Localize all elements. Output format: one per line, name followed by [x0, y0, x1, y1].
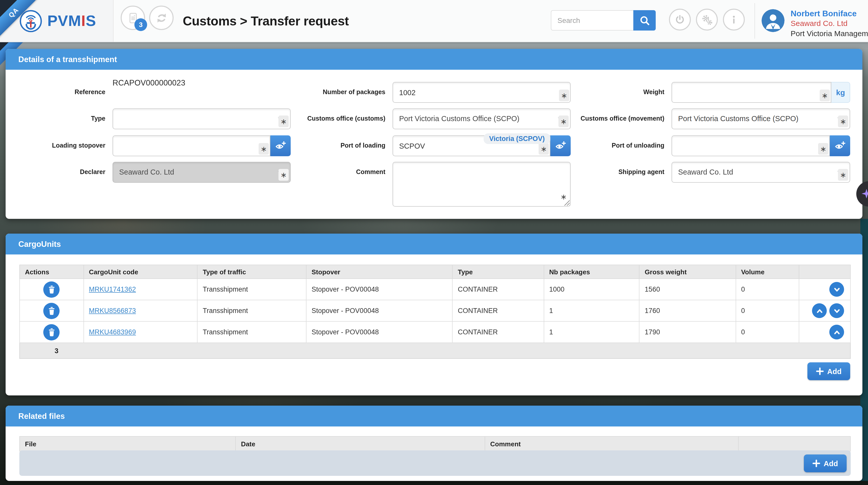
eye-plus-icon	[834, 140, 846, 152]
stopover-cell: Stopover - POV00048	[306, 279, 452, 300]
col-stopover: Stopover	[306, 265, 452, 279]
move-down-button[interactable]	[829, 303, 844, 318]
trash-icon	[48, 327, 56, 337]
table-header-row: File Date Comment	[20, 437, 850, 451]
pvmis-app: PVMIS 3	[0, 0, 868, 485]
col-type: Type	[452, 265, 544, 279]
move-down-button[interactable]	[829, 282, 844, 297]
shipping-agent-select[interactable]: Seaward Co. Ltd ∗	[672, 162, 850, 183]
comment-textarea[interactable]	[393, 162, 571, 206]
volume-cell: 0	[736, 279, 799, 300]
col-traffic: Type of traffic	[197, 265, 306, 279]
comment-label: Comment	[275, 162, 385, 183]
type-label: Type	[16, 108, 105, 129]
cargo-unit-link[interactable]: MRKU4683969	[89, 328, 136, 336]
search-input[interactable]	[551, 10, 633, 31]
user-organization: Port Victoria Managem	[790, 29, 868, 38]
user-company: Seaward Co. Ltd	[790, 18, 868, 29]
cargo-unit-link[interactable]: MRKU8566873	[89, 307, 136, 315]
declarer-label: Declarer	[16, 162, 105, 183]
search-icon	[639, 14, 650, 26]
traffic-cell: Transshipment	[197, 300, 306, 321]
required-marker: ∗	[559, 90, 569, 101]
nb-packages-cell: 1000	[544, 279, 640, 300]
gross-weight-cell: 1790	[640, 321, 736, 343]
section-title-related-files: Related files	[6, 406, 862, 426]
chevron-up-icon	[815, 306, 824, 315]
reference-label: Reference	[16, 82, 105, 103]
related-files-card: Related files File Date Comment Add	[6, 406, 862, 481]
col-code: CargoUnit code	[84, 265, 197, 279]
table-row: MRKU1741362 Transshipment Stopover - POV…	[20, 279, 850, 300]
stopover-cell: Stopover - POV00048	[306, 321, 452, 343]
plus-icon	[816, 367, 824, 375]
empty-files-row	[19, 450, 851, 476]
logout-button[interactable]	[669, 9, 691, 31]
required-marker: ∗	[259, 143, 269, 155]
documents-button[interactable]: 3	[121, 6, 145, 30]
brand-wordmark: PVMIS	[48, 12, 96, 30]
loading-stopover-label: Loading stopover	[16, 135, 105, 156]
add-file-button[interactable]: Add	[804, 454, 847, 472]
settings-button[interactable]	[696, 9, 718, 31]
loading-stopover-input[interactable]	[113, 135, 270, 156]
traffic-cell: Transshipment	[197, 279, 306, 300]
declarer-select: Seaward Co. Ltd ∗	[113, 162, 291, 183]
add-cargo-unit-button[interactable]: Add	[807, 362, 850, 380]
required-marker: ∗	[558, 116, 569, 127]
required-marker: ∗	[278, 116, 289, 127]
transshipment-details-card: Details of a transshipment Reference RCA…	[6, 49, 862, 219]
move-up-button[interactable]	[829, 325, 844, 340]
info-button[interactable]	[723, 9, 745, 31]
port-of-unloading-label: Port of unloading	[550, 135, 664, 156]
port-of-unloading-input[interactable]	[672, 135, 830, 156]
col-comment: Comment	[485, 437, 738, 451]
nb-packages-cell: 1	[544, 300, 640, 321]
traffic-cell: Transshipment	[197, 321, 306, 343]
port-suggestion-chip[interactable]: Victoria (SCPOV)	[484, 133, 550, 144]
weight-input[interactable]	[672, 82, 831, 103]
refresh-button[interactable]	[149, 6, 174, 30]
reference-value: RCAPOV000000023	[113, 78, 185, 88]
volume-cell: 0	[736, 321, 799, 343]
related-files-table: File Date Comment	[19, 436, 851, 451]
nb-packages-cell: 1	[544, 321, 640, 343]
col-actions: Actions	[20, 265, 84, 279]
gross-weight-cell: 1560	[640, 279, 736, 300]
type-select[interactable]: ∗	[113, 108, 291, 129]
delete-button[interactable]	[43, 302, 60, 319]
col-reorder	[799, 265, 851, 279]
move-up-button[interactable]	[812, 303, 827, 318]
port-of-unloading-lookup-button[interactable]	[830, 135, 850, 156]
customs-office-movement-select[interactable]: Port Victoria Customs Office (SCPO) ∗	[672, 108, 850, 129]
delete-button[interactable]	[43, 324, 60, 340]
type-cell: CONTAINER	[452, 321, 544, 343]
type-cell: CONTAINER	[452, 279, 544, 300]
volume-cell: 0	[736, 300, 799, 321]
required-marker: ∗	[278, 169, 289, 181]
notification-badge: 3	[134, 18, 147, 31]
user-menu[interactable]: Norbert Boniface Seaward Co. Ltd Port Vi…	[762, 9, 868, 38]
chevron-down-icon	[833, 285, 841, 293]
required-marker: ∗	[838, 116, 848, 127]
col-file: File	[20, 437, 236, 451]
col-date: Date	[236, 437, 485, 451]
customs-office-customs-select[interactable]: Port Victoria Customs Office (SCPO) ∗	[393, 108, 571, 129]
col-volume: Volume	[736, 265, 799, 279]
stopover-cell: Stopover - POV00048	[306, 300, 452, 321]
number-of-packages-input[interactable]	[393, 82, 571, 103]
search-button[interactable]	[633, 10, 656, 31]
required-marker: ∗	[538, 143, 549, 155]
trash-icon	[48, 285, 56, 294]
required-marker: ∗	[558, 191, 569, 202]
customs-office-customs-label: Customs office (customs)	[275, 108, 385, 129]
section-title-cargo-units: CargoUnits	[6, 234, 862, 255]
shipping-agent-label: Shipping agent	[550, 162, 664, 183]
chevron-up-icon	[833, 328, 841, 336]
cargo-unit-link[interactable]: MRKU1741362	[89, 286, 136, 293]
required-marker: ∗	[818, 143, 828, 155]
gears-icon	[701, 13, 713, 26]
required-marker: ∗	[838, 169, 848, 181]
delete-button[interactable]	[43, 281, 60, 297]
row-count: 3	[25, 347, 88, 354]
